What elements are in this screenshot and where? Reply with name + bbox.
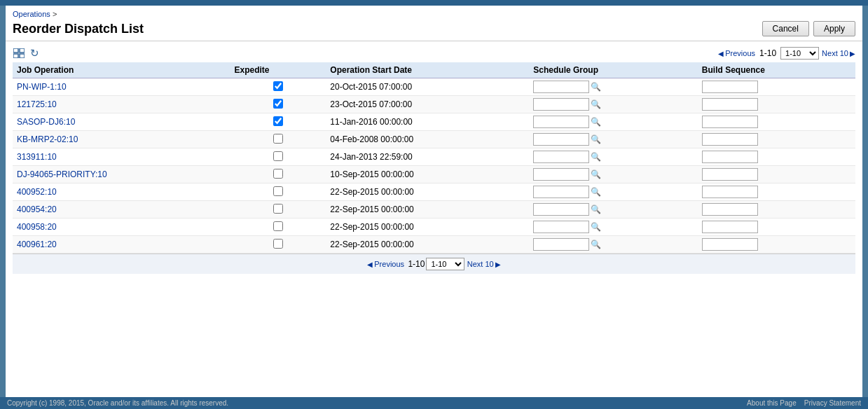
- schedule-group-input[interactable]: [533, 151, 589, 163]
- schedule-group-search-icon[interactable]: 🔍: [591, 152, 601, 162]
- privacy-link[interactable]: Privacy Statement: [804, 399, 861, 407]
- bottom-next-label: Next 10: [467, 260, 494, 268]
- previous-label: Previous: [725, 49, 755, 57]
- cell-schedule-group: 🔍: [529, 78, 698, 96]
- footer-links: About this Page Privacy Statement: [747, 399, 861, 407]
- cell-schedule-group: 🔍: [529, 183, 698, 201]
- expedite-checkbox[interactable]: [273, 99, 283, 109]
- job-operation-link[interactable]: 400961:20: [17, 240, 57, 249]
- cell-start-date: 04-Feb-2008 00:00:00: [326, 131, 529, 148]
- col-expedite: Expedite: [230, 62, 326, 78]
- build-sequence-input[interactable]: [702, 168, 758, 181]
- expedite-checkbox[interactable]: [273, 116, 283, 126]
- cell-start-date: 22-Sep-2015 00:00:00: [326, 219, 529, 236]
- next-arrow: ▶: [850, 50, 855, 57]
- job-operation-link[interactable]: KB-MRP2-02:10: [17, 134, 78, 144]
- cell-start-date: 11-Jan-2016 00:00:00: [326, 113, 529, 131]
- build-sequence-input[interactable]: [702, 221, 758, 233]
- cell-start-date: 10-Sep-2015 00:00:00: [326, 166, 529, 183]
- breadcrumb-parent[interactable]: Operations: [13, 10, 50, 18]
- job-operation-link[interactable]: 121725:10: [17, 99, 57, 109]
- build-sequence-input[interactable]: [702, 203, 758, 216]
- toolbar-icons: ↻: [13, 47, 41, 60]
- bottom-page-range: 1-10: [408, 259, 425, 269]
- schedule-group-search-icon[interactable]: 🔍: [591, 99, 601, 109]
- build-sequence-input[interactable]: [702, 81, 758, 93]
- cell-job-operation: 400961:20: [13, 236, 230, 254]
- cell-job-operation: KB-MRP2-02:10: [13, 131, 230, 148]
- col-job-operation: Job Operation: [13, 62, 230, 78]
- table-row: 400958:2022-Sep-2015 00:00:00🔍: [13, 219, 855, 236]
- page-select[interactable]: 1-10 11-20: [780, 47, 819, 60]
- footer: Copyright (c) 1998, 2015, Oracle and/or …: [0, 397, 868, 409]
- build-sequence-input[interactable]: [702, 98, 758, 111]
- apply-button[interactable]: Apply: [813, 21, 855, 36]
- cell-job-operation: 313911:10: [13, 148, 230, 166]
- expedite-checkbox[interactable]: [273, 151, 283, 161]
- build-sequence-input[interactable]: [702, 116, 758, 128]
- table-row: 400952:1022-Sep-2015 00:00:00🔍: [13, 183, 855, 201]
- schedule-group-input[interactable]: [533, 98, 589, 111]
- table-row: SASOP-DJ6:1011-Jan-2016 00:00:00🔍: [13, 113, 855, 131]
- footer-copyright: Copyright (c) 1998, 2015, Oracle and/or …: [7, 399, 228, 407]
- cell-expedite: [230, 113, 326, 131]
- previous-arrow: ◀: [718, 50, 724, 57]
- build-sequence-input[interactable]: [702, 186, 758, 198]
- schedule-group-search-icon[interactable]: 🔍: [591, 82, 601, 92]
- schedule-group-input[interactable]: [533, 168, 589, 181]
- previous-button[interactable]: ◀ Previous: [718, 49, 755, 57]
- job-operation-link[interactable]: DJ-94065-PRIORITY:10: [17, 169, 107, 179]
- job-operation-link[interactable]: 313911:10: [17, 152, 57, 162]
- expedite-checkbox[interactable]: [273, 221, 283, 231]
- schedule-group-input[interactable]: [533, 133, 589, 146]
- cell-job-operation: 400954:20: [13, 201, 230, 219]
- refresh-icon[interactable]: ↻: [28, 47, 41, 60]
- schedule-group-search-icon[interactable]: 🔍: [591, 204, 601, 214]
- cell-build-sequence: [698, 78, 855, 96]
- schedule-group-input[interactable]: [533, 186, 589, 198]
- schedule-group-input[interactable]: [533, 116, 589, 128]
- build-sequence-input[interactable]: [702, 151, 758, 163]
- schedule-group-input[interactable]: [533, 221, 589, 233]
- schedule-group-search-icon[interactable]: 🔍: [591, 187, 601, 197]
- job-operation-link[interactable]: PN-WIP-1:10: [17, 82, 67, 92]
- bottom-previous-button[interactable]: ◀ Previous: [367, 260, 404, 268]
- build-sequence-input[interactable]: [702, 133, 758, 146]
- job-operation-link[interactable]: 400954:20: [17, 204, 57, 214]
- page-header: Reorder Dispatch List Cancel Apply: [6, 20, 862, 41]
- cell-job-operation: 400952:10: [13, 183, 230, 201]
- schedule-group-input[interactable]: [533, 203, 589, 216]
- schedule-group-search-icon[interactable]: 🔍: [591, 117, 601, 127]
- bottom-next-button[interactable]: Next 10 ▶: [467, 260, 501, 268]
- expedite-checkbox[interactable]: [273, 134, 283, 144]
- expedite-checkbox[interactable]: [273, 81, 283, 91]
- breadcrumb-separator: >: [53, 10, 57, 18]
- schedule-group-search-icon[interactable]: 🔍: [591, 134, 601, 144]
- expedite-checkbox[interactable]: [273, 186, 283, 196]
- expedite-checkbox[interactable]: [273, 169, 283, 179]
- about-page-link[interactable]: About this Page: [747, 399, 797, 407]
- job-operation-link[interactable]: 400958:20: [17, 222, 57, 232]
- expand-icon[interactable]: [13, 47, 25, 60]
- cell-job-operation: 121725:10: [13, 96, 230, 113]
- schedule-group-search-icon[interactable]: 🔍: [591, 169, 601, 179]
- schedule-group-search-icon[interactable]: 🔍: [591, 222, 601, 232]
- cell-build-sequence: [698, 113, 855, 131]
- col-build-sequence: Build Sequence: [698, 62, 855, 78]
- job-operation-link[interactable]: 400952:10: [17, 187, 57, 197]
- expedite-checkbox[interactable]: [273, 204, 283, 214]
- header-buttons: Cancel Apply: [762, 21, 855, 36]
- build-sequence-input[interactable]: [702, 238, 758, 251]
- next-button[interactable]: Next 10 ▶: [822, 49, 855, 57]
- cell-build-sequence: [698, 236, 855, 254]
- table-header-row: Job Operation Expedite Operation Start D…: [13, 62, 855, 78]
- cancel-button[interactable]: Cancel: [762, 21, 809, 36]
- bottom-page-select[interactable]: 1-10 11-20: [426, 258, 464, 270]
- cell-job-operation: PN-WIP-1:10: [13, 78, 230, 96]
- schedule-group-input[interactable]: [533, 238, 589, 251]
- cell-job-operation: 400958:20: [13, 219, 230, 236]
- schedule-group-search-icon[interactable]: 🔍: [591, 240, 601, 249]
- schedule-group-input[interactable]: [533, 81, 589, 93]
- expedite-checkbox[interactable]: [273, 239, 283, 249]
- job-operation-link[interactable]: SASOP-DJ6:10: [17, 117, 75, 127]
